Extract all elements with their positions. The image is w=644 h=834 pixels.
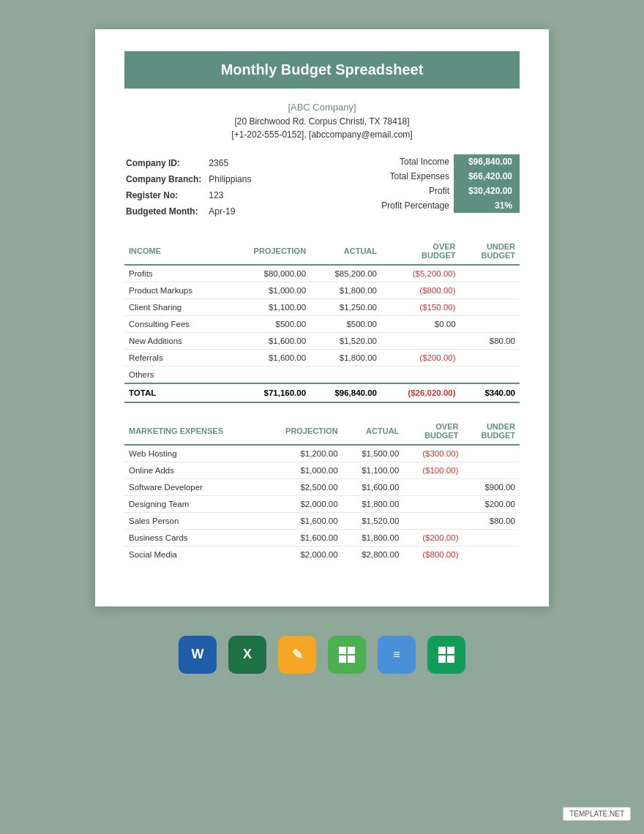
document: Monthly Budget Spreadsheet [ABC Company]… bbox=[95, 29, 549, 606]
profit-value: $30,420.00 bbox=[454, 184, 520, 198]
mkt-row-actual: $1,800.00 bbox=[342, 529, 404, 546]
income-row-actual: $500.00 bbox=[310, 315, 381, 332]
marketing-table: MARKETING EXPENSES PROJECTION ACTUAL OVE… bbox=[124, 418, 520, 563]
over-budget-col-header: OVERBUDGET bbox=[381, 238, 460, 265]
income-row-actual bbox=[310, 366, 381, 383]
mkt-row-name: Business Cards bbox=[124, 529, 261, 546]
income-row: Referrals $1,600.00 $1,800.00 ($200.00) bbox=[124, 349, 520, 366]
income-row: New Additions $1,600.00 $1,520.00 $80.00 bbox=[124, 332, 520, 349]
income-row-over: ($5,200.00) bbox=[381, 265, 460, 282]
mkt-row-over bbox=[403, 478, 463, 495]
mkt-row-actual: $1,600.00 bbox=[342, 478, 404, 495]
income-row-over bbox=[381, 332, 460, 349]
numbers-icon[interactable] bbox=[328, 636, 366, 674]
projection-col-header: PROJECTION bbox=[225, 238, 310, 265]
mkt-row-over bbox=[403, 495, 463, 512]
mkt-row-name: Designing Team bbox=[124, 495, 261, 512]
mkt-row-actual: $1,800.00 bbox=[342, 495, 404, 512]
total-expenses-label: Total Expenses bbox=[377, 169, 454, 184]
income-row-under bbox=[460, 366, 520, 383]
income-row-over bbox=[381, 366, 460, 383]
mkt-row-over: ($800.00) bbox=[403, 546, 463, 563]
company-branch-value: Philippians bbox=[209, 172, 257, 187]
marketing-row: Software Developer $2,500.00 $1,600.00 $… bbox=[124, 478, 520, 495]
mkt-row-over: ($200.00) bbox=[403, 529, 463, 546]
income-row-over: $0.00 bbox=[381, 315, 460, 332]
gsheets-icon[interactable] bbox=[427, 636, 465, 674]
mkt-row-name: Social Media bbox=[124, 546, 261, 563]
income-row-name: Product Markups bbox=[124, 282, 225, 298]
income-row-projection: $500.00 bbox=[225, 315, 310, 332]
income-row-name: Referrals bbox=[124, 349, 225, 366]
mkt-row-projection: $2,000.00 bbox=[261, 546, 342, 563]
excel-icon[interactable]: X bbox=[228, 636, 266, 674]
company-id-value: 2365 bbox=[209, 156, 257, 170]
income-row-under bbox=[460, 298, 520, 315]
marketing-row: Online Adds $1,000.00 $1,100.00 ($100.00… bbox=[124, 462, 520, 478]
meta-right: Total Income $96,840.00 Total Expenses $… bbox=[377, 154, 520, 220]
template-badge: TEMPLATE.NET bbox=[563, 807, 631, 821]
income-row: Client Sharing $1,100.00 $1,250.00 ($150… bbox=[124, 298, 520, 315]
marketing-row: Social Media $2,000.00 $2,800.00 ($800.0… bbox=[124, 546, 520, 563]
pages-icon[interactable]: ✎ bbox=[278, 636, 316, 674]
income-row-projection: $1,600.00 bbox=[225, 349, 310, 366]
mkt-row-actual: $1,520.00 bbox=[342, 512, 404, 529]
mkt-row-under bbox=[463, 529, 520, 546]
company-contact: [+1-202-555-0152], [abccompany@email.com… bbox=[124, 128, 520, 141]
mkt-row-projection: $1,000.00 bbox=[261, 462, 342, 478]
mkt-row-projection: $1,600.00 bbox=[261, 512, 342, 529]
mkt-row-under: $900.00 bbox=[463, 478, 520, 495]
income-row-under: $80.00 bbox=[460, 332, 520, 349]
company-info: [ABC Company] [20 Birchwood Rd. Corpus C… bbox=[124, 100, 520, 141]
income-row-actual: $85,200.00 bbox=[310, 265, 381, 282]
word-icon[interactable]: W bbox=[179, 636, 217, 674]
marketing-row: Business Cards $1,600.00 $1,800.00 ($200… bbox=[124, 529, 520, 546]
company-branch-label: Company Branch: bbox=[126, 172, 207, 187]
income-row-projection: $1,600.00 bbox=[225, 332, 310, 349]
company-name: [ABC Company] bbox=[124, 100, 520, 115]
marketing-row: Designing Team $2,000.00 $1,800.00 $200.… bbox=[124, 495, 520, 512]
income-row-actual: $1,800.00 bbox=[310, 282, 381, 298]
marketing-row: Sales Person $1,600.00 $1,520.00 $80.00 bbox=[124, 512, 520, 529]
mkt-row-projection: $1,200.00 bbox=[261, 445, 342, 462]
income-row-name: Consulting Fees bbox=[124, 315, 225, 332]
mkt-row-under bbox=[463, 445, 520, 462]
mkt-row-projection: $2,000.00 bbox=[261, 495, 342, 512]
marketing-row: Web Hosting $1,200.00 $1,500.00 ($300.00… bbox=[124, 445, 520, 462]
company-address: [20 Birchwood Rd. Corpus Christi, TX 784… bbox=[124, 115, 520, 128]
mkt-row-over: ($300.00) bbox=[403, 445, 463, 462]
income-row-projection: $1,000.00 bbox=[225, 282, 310, 298]
total-income-value: $96,840.00 bbox=[454, 154, 520, 169]
company-id-label: Company ID: bbox=[126, 156, 207, 170]
mkt-row-actual: $1,100.00 bbox=[342, 462, 404, 478]
mkt-row-over bbox=[403, 512, 463, 529]
income-table: INCOME PROJECTION ACTUAL OVERBUDGET UNDE… bbox=[124, 238, 520, 403]
income-row-name: Client Sharing bbox=[124, 298, 225, 315]
budgeted-month-label: Budgeted Month: bbox=[126, 204, 207, 219]
income-row-projection bbox=[225, 366, 310, 383]
budgeted-month-value: Apr-19 bbox=[209, 204, 257, 219]
meta-right-table: Total Income $96,840.00 Total Expenses $… bbox=[377, 154, 520, 213]
mkt-row-name: Sales Person bbox=[124, 512, 261, 529]
mkt-row-under: $200.00 bbox=[463, 495, 520, 512]
register-no-label: Register No: bbox=[126, 188, 207, 203]
income-row-under bbox=[460, 282, 520, 298]
income-row-over: ($200.00) bbox=[381, 349, 460, 366]
mkt-row-actual: $2,800.00 bbox=[342, 546, 404, 563]
profit-label: Profit bbox=[377, 184, 454, 198]
income-row-name: Others bbox=[124, 366, 225, 383]
total-income-label: Total Income bbox=[377, 154, 454, 169]
income-row-over: ($800.00) bbox=[381, 282, 460, 298]
total-expenses-value: $66,420.00 bbox=[454, 169, 520, 184]
income-row-name: New Additions bbox=[124, 332, 225, 349]
profit-pct-label: Profit Percentage bbox=[377, 198, 454, 213]
under-budget-col-header: UNDERBUDGET bbox=[460, 238, 520, 265]
gdocs-icon[interactable]: ≡ bbox=[378, 636, 416, 674]
income-total-actual: $96,840.00 bbox=[310, 383, 381, 402]
mkt-row-actual: $1,500.00 bbox=[342, 445, 404, 462]
mkt-over-col: OVERBUDGET bbox=[403, 418, 463, 445]
actual-col-header: ACTUAL bbox=[310, 238, 381, 265]
meta-section: Company ID: 2365 Company Branch: Philipp… bbox=[124, 154, 520, 220]
income-row: Product Markups $1,000.00 $1,800.00 ($80… bbox=[124, 282, 520, 298]
mkt-row-under: $80.00 bbox=[463, 512, 520, 529]
